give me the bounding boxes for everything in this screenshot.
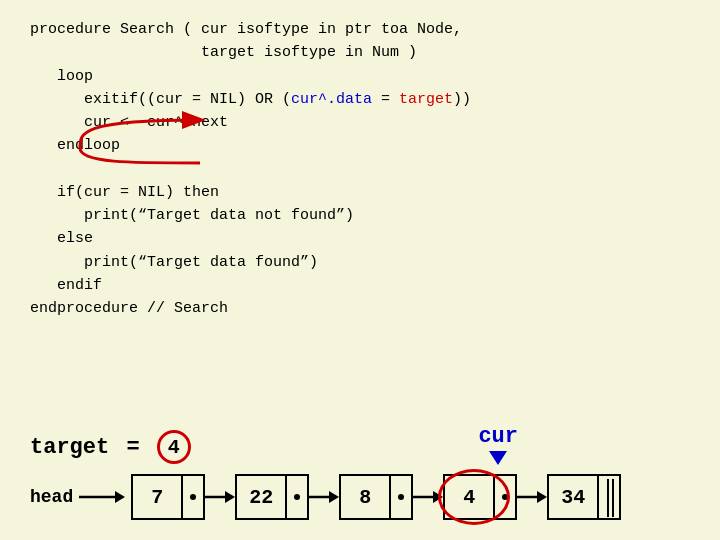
code-line-2: target isoftype in Num ) <box>30 41 690 64</box>
node-34-end <box>599 474 621 520</box>
node-7: 7 <box>131 474 205 520</box>
head-arrow <box>79 487 125 507</box>
target-value-circle: 4 <box>157 430 191 464</box>
node-4: 4 <box>443 474 517 520</box>
code-line-5: cur <- cur^.next <box>30 111 690 134</box>
svg-marker-5 <box>329 491 339 503</box>
end-line-2 <box>607 479 609 517</box>
keyword-search-end: Search <box>174 300 228 317</box>
node-7-ptr <box>183 474 205 520</box>
svg-marker-3 <box>225 491 235 503</box>
main-container: procedure Search ( cur isoftype in ptr t… <box>0 0 720 540</box>
node-22-value: 22 <box>235 474 287 520</box>
svg-marker-9 <box>537 491 547 503</box>
node-34: 34 <box>547 474 621 520</box>
code-target: target <box>399 91 453 108</box>
code-line-4: exitif((cur = NIL) OR (cur^.data = targe… <box>30 88 690 111</box>
equals-sign: = <box>113 435 153 460</box>
code-line-3: loop <box>30 65 690 88</box>
node-8: 8 <box>339 474 413 520</box>
node-8-value: 8 <box>339 474 391 520</box>
code-line-7 <box>30 158 690 181</box>
connector-2 <box>309 474 339 520</box>
nodes-row: head 7 22 <box>30 474 690 520</box>
code-line-11: print(“Target data found”) <box>30 251 690 274</box>
node-4-ptr <box>495 474 517 520</box>
node-4-value: 4 <box>443 474 495 520</box>
target-label: target = 4 <box>30 430 191 464</box>
code-line-12: endif <box>30 274 690 297</box>
connector-3 <box>413 474 443 520</box>
code-line-13: endprocedure // Search <box>30 297 690 320</box>
head-label: head <box>30 487 73 507</box>
code-line-8: if(cur = NIL) then <box>30 181 690 204</box>
keyword-search: Search <box>120 21 174 38</box>
connector-1 <box>205 474 235 520</box>
connector-4 <box>517 474 547 520</box>
node-22-ptr <box>287 474 309 520</box>
code-line-9: print(“Target data not found”) <box>30 204 690 227</box>
cur-text: cur <box>478 424 518 449</box>
code-line-6: endloop <box>30 134 690 157</box>
code-line-10: else <box>30 227 690 250</box>
code-block: procedure Search ( cur isoftype in ptr t… <box>30 18 690 320</box>
end-line-1 <box>612 479 614 517</box>
target-cur-row: target = 4 cur <box>30 430 690 464</box>
svg-marker-1 <box>115 491 125 503</box>
target-text: target <box>30 435 109 460</box>
bottom-section: target = 4 cur head 7 <box>0 430 720 520</box>
svg-marker-7 <box>433 491 443 503</box>
node-7-value: 7 <box>131 474 183 520</box>
node-34-value: 34 <box>547 474 599 520</box>
code-cur-data: cur^.data <box>291 91 372 108</box>
node-22: 22 <box>235 474 309 520</box>
node-8-ptr <box>391 474 413 520</box>
code-line-1: procedure Search ( cur isoftype in ptr t… <box>30 18 690 41</box>
cur-pointer-label: cur <box>478 424 518 465</box>
cur-down-arrow <box>489 451 507 465</box>
